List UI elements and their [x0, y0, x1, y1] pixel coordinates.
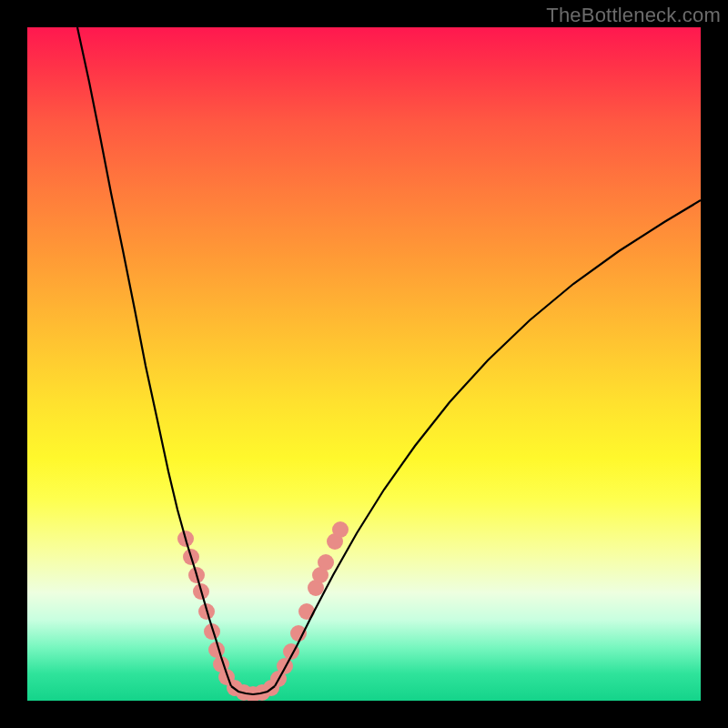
plot-area: [27, 27, 701, 701]
curve-layer: [27, 27, 701, 701]
markers-group: [177, 521, 349, 701]
highlight-marker: [318, 554, 334, 571]
highlight-marker: [290, 625, 307, 642]
watermark-text: TheBottleneck.com: [546, 4, 721, 27]
curve-right-branch: [275, 200, 701, 686]
chart-frame: TheBottleneck.com: [0, 0, 728, 728]
highlight-marker: [332, 521, 349, 538]
highlight-marker: [298, 603, 315, 620]
